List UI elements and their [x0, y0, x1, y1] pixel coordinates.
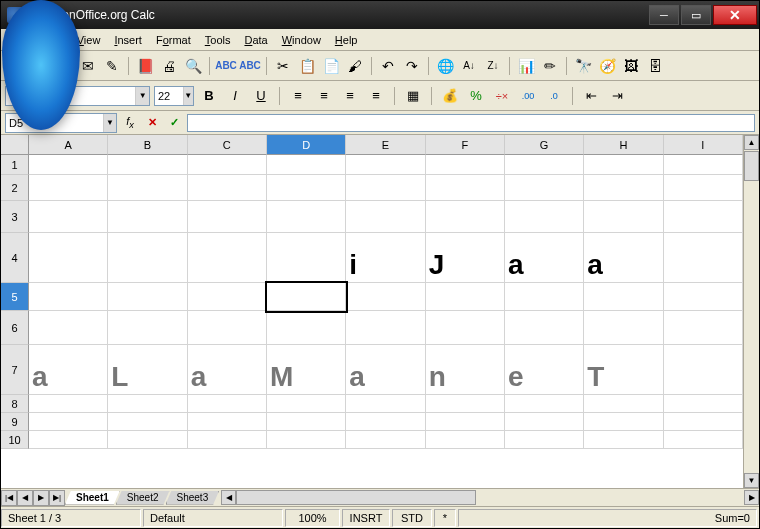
cell[interactable]: [664, 201, 743, 233]
print-icon[interactable]: 🖨: [158, 55, 180, 77]
del-decimal-icon[interactable]: .0: [543, 85, 565, 107]
cell[interactable]: [108, 283, 187, 311]
last-sheet-icon[interactable]: ▶|: [49, 490, 65, 506]
cell[interactable]: [188, 233, 267, 283]
cell[interactable]: [664, 283, 743, 311]
currency-icon[interactable]: 💰: [439, 85, 461, 107]
column-header[interactable]: E: [346, 135, 425, 155]
cell[interactable]: a: [346, 345, 425, 395]
edit-icon[interactable]: ✎: [101, 55, 123, 77]
dec-indent-icon[interactable]: ⇤: [580, 85, 602, 107]
preview-icon[interactable]: 🔍: [182, 55, 204, 77]
cell[interactable]: [267, 175, 346, 201]
status-sum[interactable]: Sum=0: [458, 509, 757, 527]
first-sheet-icon[interactable]: |◀: [1, 490, 17, 506]
row-header[interactable]: 1: [1, 155, 29, 175]
cell[interactable]: [426, 201, 505, 233]
cell[interactable]: [108, 413, 187, 431]
cell[interactable]: [584, 283, 663, 311]
find-icon[interactable]: 🔭: [572, 55, 594, 77]
gallery-icon[interactable]: 🖼: [620, 55, 642, 77]
cell[interactable]: [108, 233, 187, 283]
format-paint-icon[interactable]: 🖌: [344, 55, 366, 77]
cell[interactable]: [664, 395, 743, 413]
cell[interactable]: M: [267, 345, 346, 395]
cell[interactable]: [426, 395, 505, 413]
sheet-tab[interactable]: Sheet1: [65, 491, 120, 505]
cell[interactable]: [29, 283, 108, 311]
cell[interactable]: a: [584, 233, 663, 283]
cell[interactable]: [188, 311, 267, 345]
sort-asc-icon[interactable]: A↓: [458, 55, 480, 77]
dropdown-arrow-icon[interactable]: ▼: [183, 87, 193, 105]
cell[interactable]: [426, 413, 505, 431]
menu-tools[interactable]: Tools: [198, 32, 238, 48]
align-right-icon[interactable]: ≡: [339, 85, 361, 107]
pdf-icon[interactable]: 📕: [134, 55, 156, 77]
cell[interactable]: T: [584, 345, 663, 395]
cell[interactable]: J: [426, 233, 505, 283]
cell[interactable]: a: [505, 233, 584, 283]
cell[interactable]: [267, 311, 346, 345]
cell[interactable]: [584, 311, 663, 345]
cell[interactable]: [664, 311, 743, 345]
cell[interactable]: [664, 233, 743, 283]
row-header[interactable]: 5: [1, 283, 29, 311]
cell[interactable]: [346, 155, 425, 175]
cell[interactable]: [29, 431, 108, 449]
scroll-right-icon[interactable]: ▶: [744, 490, 759, 505]
cell[interactable]: [267, 233, 346, 283]
cell[interactable]: [267, 155, 346, 175]
percent-icon[interactable]: %: [465, 85, 487, 107]
cell[interactable]: [584, 155, 663, 175]
chart-icon[interactable]: 📊: [515, 55, 537, 77]
cell[interactable]: [584, 395, 663, 413]
cell[interactable]: [188, 283, 267, 311]
cell[interactable]: L: [108, 345, 187, 395]
cell[interactable]: [267, 201, 346, 233]
cell[interactable]: [267, 283, 346, 311]
row-header[interactable]: 7: [1, 345, 29, 395]
column-header[interactable]: C: [188, 135, 267, 155]
hyperlink-icon[interactable]: 🌐: [434, 55, 456, 77]
cell[interactable]: n: [426, 345, 505, 395]
scroll-thumb[interactable]: [744, 151, 759, 181]
cell[interactable]: [505, 155, 584, 175]
cell[interactable]: [29, 395, 108, 413]
scroll-down-icon[interactable]: ▼: [744, 473, 759, 488]
status-insert-mode[interactable]: INSRT: [342, 509, 390, 527]
cell[interactable]: [29, 201, 108, 233]
cell[interactable]: a: [188, 345, 267, 395]
menu-data[interactable]: Data: [237, 32, 274, 48]
cell[interactable]: [346, 175, 425, 201]
cell[interactable]: i: [346, 233, 425, 283]
scroll-thumb[interactable]: [236, 490, 476, 505]
cell[interactable]: [584, 175, 663, 201]
menu-format[interactable]: Format: [149, 32, 198, 48]
cell[interactable]: [505, 201, 584, 233]
cell[interactable]: [505, 175, 584, 201]
cut-icon[interactable]: ✂: [272, 55, 294, 77]
cell[interactable]: [29, 233, 108, 283]
merge-cells-icon[interactable]: ▦: [402, 85, 424, 107]
inc-indent-icon[interactable]: ⇥: [606, 85, 628, 107]
cell[interactable]: [108, 201, 187, 233]
cell[interactable]: [29, 311, 108, 345]
cell[interactable]: [108, 175, 187, 201]
row-header[interactable]: 9: [1, 413, 29, 431]
close-button[interactable]: ✕: [713, 5, 757, 25]
formula-input[interactable]: [187, 114, 755, 132]
cell[interactable]: [664, 413, 743, 431]
vertical-scrollbar[interactable]: ▲ ▼: [743, 135, 759, 488]
cell[interactable]: [426, 283, 505, 311]
row-header[interactable]: 3: [1, 201, 29, 233]
column-header[interactable]: B: [108, 135, 187, 155]
spell-icon[interactable]: ABC: [215, 55, 237, 77]
cell[interactable]: [188, 155, 267, 175]
sheet-tab[interactable]: Sheet2: [116, 491, 170, 505]
cell[interactable]: [108, 395, 187, 413]
cell[interactable]: [346, 431, 425, 449]
cell[interactable]: [346, 311, 425, 345]
cell[interactable]: [108, 311, 187, 345]
paste-icon[interactable]: 📄: [320, 55, 342, 77]
